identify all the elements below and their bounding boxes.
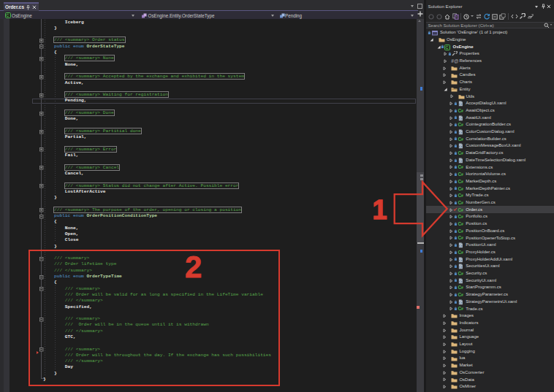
svg-text:C: C — [446, 45, 449, 50]
svg-text:C: C — [6, 13, 9, 18]
